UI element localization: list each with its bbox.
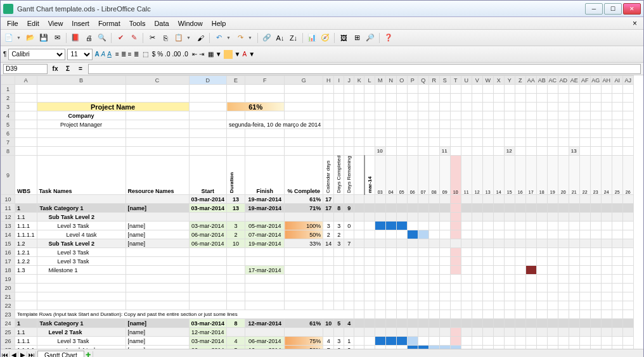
cell[interactable] — [525, 138, 536, 147]
cell[interactable]: 61% — [285, 195, 323, 204]
cell[interactable] — [612, 120, 622, 129]
cell[interactable]: 1.1 — [15, 328, 37, 337]
cell[interactable] — [396, 292, 407, 301]
cell[interactable]: 7 — [344, 239, 354, 248]
cell[interactable] — [472, 129, 482, 138]
cell[interactable] — [364, 213, 375, 222]
cell[interactable] — [515, 257, 525, 266]
cell[interactable]: 2 — [334, 346, 344, 349]
cell[interactable]: 50% — [285, 346, 323, 349]
cell[interactable] — [493, 319, 504, 328]
cell[interactable] — [482, 292, 493, 301]
row-header[interactable]: 19 — [1, 275, 15, 284]
cell[interactable] — [590, 266, 601, 275]
cell[interactable] — [15, 275, 37, 284]
cell[interactable] — [493, 337, 504, 346]
cell[interactable] — [536, 239, 547, 248]
cell[interactable] — [515, 337, 525, 346]
cell[interactable] — [428, 147, 439, 156]
cell[interactable] — [189, 275, 227, 284]
cell[interactable] — [590, 213, 601, 222]
cell[interactable] — [515, 85, 525, 94]
cell[interactable] — [579, 111, 590, 120]
cell[interactable] — [334, 275, 344, 284]
cell[interactable] — [450, 337, 461, 346]
cell[interactable] — [189, 129, 227, 138]
cell[interactable] — [344, 266, 354, 275]
cell[interactable] — [375, 111, 385, 120]
cell[interactable] — [590, 222, 601, 230]
navigator-icon[interactable]: 🧭 — [319, 32, 331, 44]
cell[interactable] — [472, 284, 482, 292]
cell[interactable] — [354, 346, 364, 349]
cell[interactable]: 1.3 — [15, 266, 37, 275]
cell[interactable] — [493, 204, 504, 213]
cell[interactable] — [418, 310, 428, 319]
cell[interactable] — [285, 94, 323, 103]
cell[interactable] — [354, 230, 364, 239]
cell[interactable] — [601, 120, 612, 129]
cell[interactable] — [547, 120, 558, 129]
cell[interactable] — [385, 301, 396, 310]
cell[interactable] — [227, 292, 245, 301]
align-right-icon[interactable]: ≡ — [128, 51, 132, 58]
cell[interactable] — [385, 147, 396, 156]
cell[interactable] — [461, 301, 472, 310]
align-left-icon[interactable]: ≡ — [115, 51, 119, 58]
cell[interactable] — [189, 85, 227, 94]
col-header-AD[interactable]: AD — [558, 76, 569, 85]
tab-first-icon[interactable]: ⏮ — [1, 351, 10, 357]
cell[interactable] — [547, 337, 558, 346]
cell[interactable] — [622, 147, 633, 156]
cell[interactable] — [504, 248, 515, 257]
cell[interactable] — [37, 292, 126, 301]
cell[interactable] — [189, 147, 227, 156]
cell[interactable]: 20 — [558, 156, 569, 195]
cell[interactable] — [601, 328, 612, 337]
cell[interactable] — [622, 301, 633, 310]
cell[interactable] — [428, 230, 439, 239]
cell[interactable] — [622, 85, 633, 94]
document-close-icon[interactable]: × — [629, 19, 641, 28]
cell[interactable]: [name] — [126, 230, 189, 239]
cell[interactable] — [344, 129, 354, 138]
cell[interactable] — [525, 111, 536, 120]
row-header[interactable]: 23 — [1, 310, 15, 319]
cell[interactable] — [547, 239, 558, 248]
cell[interactable] — [601, 275, 612, 284]
cell[interactable] — [558, 310, 569, 319]
print-icon[interactable]: 🖨 — [83, 32, 94, 44]
cell[interactable] — [579, 301, 590, 310]
cell[interactable] — [418, 213, 428, 222]
cell[interactable]: [name] — [126, 337, 189, 346]
cell[interactable] — [227, 213, 245, 222]
cell[interactable] — [547, 257, 558, 266]
cell[interactable] — [558, 213, 569, 222]
cell[interactable] — [558, 204, 569, 213]
cell[interactable] — [418, 111, 428, 120]
cell[interactable] — [622, 120, 633, 129]
cell[interactable] — [407, 248, 418, 257]
cell[interactable] — [450, 266, 461, 275]
cell[interactable] — [285, 275, 323, 284]
align-justify-icon[interactable]: ≣ — [134, 51, 139, 58]
row-header[interactable]: 18 — [1, 266, 15, 275]
row-header[interactable]: 7 — [1, 138, 15, 147]
cell[interactable] — [504, 230, 515, 239]
cell[interactable] — [547, 103, 558, 111]
cell[interactable] — [536, 195, 547, 204]
cell[interactable] — [579, 292, 590, 301]
cell[interactable] — [439, 85, 450, 94]
cell[interactable]: 18 — [536, 156, 547, 195]
cell[interactable] — [418, 103, 428, 111]
cell[interactable] — [375, 310, 385, 319]
cell[interactable] — [385, 337, 396, 346]
cell[interactable] — [461, 328, 472, 337]
col-header-G[interactable]: G — [285, 76, 323, 85]
cell[interactable] — [385, 310, 396, 319]
cell[interactable] — [375, 103, 385, 111]
cell[interactable]: 13 — [227, 195, 245, 204]
cell[interactable]: 3 — [334, 337, 344, 346]
col-header-P[interactable]: P — [407, 76, 418, 85]
cell[interactable] — [418, 147, 428, 156]
